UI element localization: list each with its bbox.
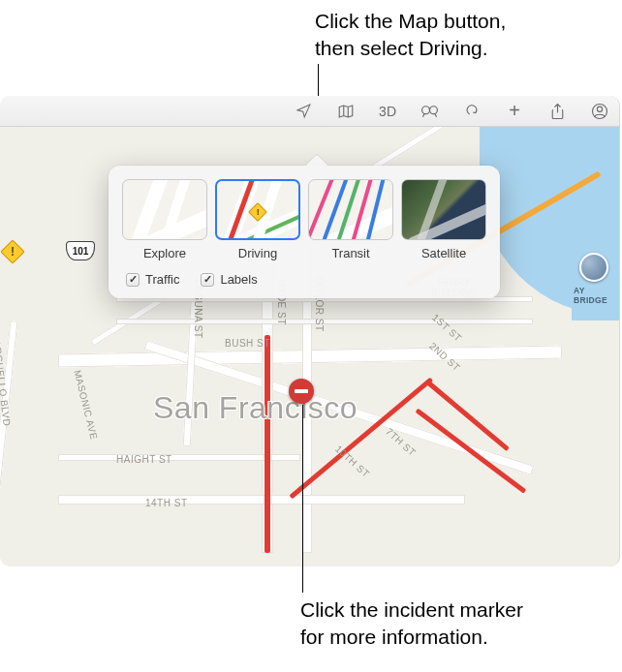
- street-masonic: MASONIC AVE: [72, 369, 99, 441]
- look-around-button[interactable]: [420, 102, 439, 121]
- map-mode-transit-label: Transit: [308, 246, 393, 260]
- street-haight: HAIGHT ST: [116, 454, 172, 465]
- hazard-icon[interactable]: !: [0, 239, 24, 263]
- annotation-bottom: Click the incident marker for more infor…: [300, 596, 620, 652]
- checkbox-icon: [126, 273, 140, 287]
- leader-line-bottom: [302, 405, 303, 593]
- incident-marker[interactable]: [289, 379, 314, 404]
- highway-shield: 101: [66, 241, 95, 260]
- labels-checkbox[interactable]: Labels: [201, 272, 257, 287]
- traffic-checkbox-label: Traffic: [145, 272, 179, 287]
- map-mode-explore-label: Explore: [122, 246, 207, 260]
- map-mode-driving-label: Driving: [215, 246, 300, 260]
- annotation-top: Click the Map button, then select Drivin…: [315, 8, 606, 63]
- tracking-button[interactable]: [294, 102, 313, 121]
- map-mode-transit[interactable]: Transit: [308, 179, 393, 260]
- bay-bridge-label: AY BRIDGE: [574, 286, 619, 305]
- add-button[interactable]: +: [505, 102, 524, 121]
- svg-point-3: [597, 107, 602, 111]
- map-options-row: Traffic Labels: [122, 272, 486, 287]
- share-button[interactable]: [547, 102, 567, 121]
- map-button[interactable]: [336, 102, 356, 121]
- map-mode-satellite[interactable]: Satellite: [401, 179, 486, 260]
- directions-button[interactable]: [462, 102, 482, 121]
- street-14th: 14TH ST: [145, 498, 188, 508]
- city-label: San Francisco: [153, 390, 358, 426]
- checkbox-icon: [201, 273, 214, 287]
- svg-point-0: [421, 107, 429, 114]
- map-mode-satellite-label: Satellite: [401, 246, 486, 260]
- maps-toolbar: 3D +: [0, 96, 619, 127]
- traffic-checkbox[interactable]: Traffic: [126, 272, 179, 287]
- bay-bridge-badge[interactable]: [579, 253, 608, 282]
- map-mode-popover: Explore ! Driving: [109, 166, 500, 298]
- street-10th: 10TH ST: [333, 443, 372, 479]
- account-button[interactable]: [590, 102, 609, 121]
- map-mode-explore[interactable]: Explore: [122, 179, 207, 260]
- street-1st: 1ST ST: [430, 312, 464, 344]
- labels-checkbox-label: Labels: [220, 272, 257, 287]
- svg-point-1: [429, 107, 437, 114]
- maps-window: 3D +: [0, 96, 620, 566]
- map-mode-row: Explore ! Driving: [122, 179, 486, 260]
- map-canvas[interactable]: ! 101 BROADW HYDE ST TAYLOR ST LAGUNA ST…: [0, 127, 619, 566]
- map-mode-driving[interactable]: ! Driving: [215, 179, 300, 260]
- three-d-button[interactable]: 3D: [379, 102, 396, 121]
- street-bush: BUSH ST: [225, 338, 270, 349]
